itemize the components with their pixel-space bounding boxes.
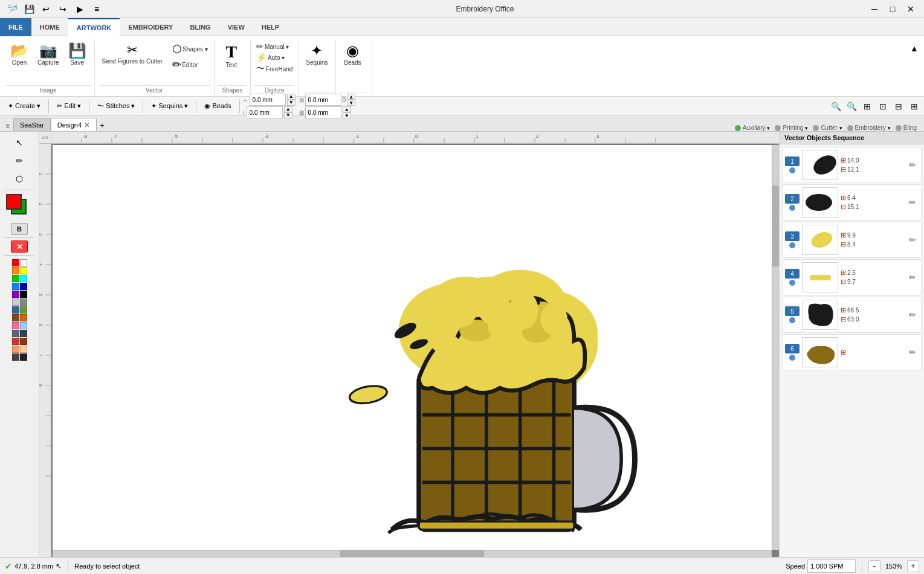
x-down-btn[interactable]: ▼: [287, 100, 296, 106]
speed-input[interactable]: [807, 559, 856, 573]
seq-edit-3[interactable]: ✏: [906, 234, 919, 246]
seq-item-3[interactable]: 3 ⊞ 9.9 ⊟ 8.4: [782, 222, 922, 258]
swatch-black[interactable]: [20, 291, 27, 298]
seq-item-4[interactable]: 4 ⊞ 2.6 ⊟ 9.7: [782, 259, 922, 295]
view-tool2[interactable]: ⊡: [876, 99, 890, 114]
swatch-lightblue[interactable]: [20, 322, 27, 329]
swatch-crimson[interactable]: [12, 338, 19, 345]
sequins-button[interactable]: ✦ Sequins: [302, 41, 331, 69]
menu-btn[interactable]: ≡: [89, 2, 104, 16]
bold-btn[interactable]: B: [11, 223, 28, 235]
w-down-btn[interactable]: ▼: [347, 100, 355, 106]
shapes-button[interactable]: ⬡ Shapes ▾: [170, 41, 210, 57]
view-tool4[interactable]: ⊞: [907, 99, 922, 114]
ribbon-collapse-btn[interactable]: ▲: [907, 41, 922, 56]
text-button[interactable]: T Text: [218, 41, 245, 71]
canvas-white[interactable]: [53, 145, 772, 550]
view-tool1[interactable]: ⊞: [860, 99, 874, 114]
tab-bling[interactable]: BLING: [181, 18, 219, 36]
h-input[interactable]: [305, 106, 341, 118]
auxiliary-indicator[interactable]: Auxiliary ▾: [735, 124, 771, 131]
w-input[interactable]: [305, 94, 341, 106]
w-up-btn[interactable]: ▲: [347, 94, 355, 100]
close-btn[interactable]: ✕: [902, 2, 919, 16]
beads-tool-btn[interactable]: ◉ Beads: [199, 98, 236, 114]
seq-item-6[interactable]: 6 ⊞ ✏: [782, 334, 922, 370]
tab-menu-btn[interactable]: ≡: [2, 120, 13, 131]
swatch-steelblue[interactable]: [12, 306, 19, 314]
fg-color-box[interactable]: [6, 194, 22, 210]
maximize-btn[interactable]: □: [884, 2, 901, 16]
h-up-btn[interactable]: ▲: [343, 106, 351, 112]
undo-btn[interactable]: ↩: [39, 2, 53, 16]
sequins-tool-btn[interactable]: ✦ Sequins ▾: [146, 98, 193, 114]
pointer-tool[interactable]: ↖: [11, 134, 28, 151]
y-down-btn[interactable]: ▼: [284, 112, 292, 118]
tab-file[interactable]: FILE: [0, 18, 31, 36]
scrollbar-h-thumb[interactable]: [340, 550, 484, 557]
swatch-gray[interactable]: [20, 298, 27, 306]
swatch-rust[interactable]: [20, 338, 27, 345]
swatch-green[interactable]: [12, 275, 19, 282]
swatch-brown[interactable]: [12, 314, 19, 321]
swatch-red[interactable]: [12, 259, 19, 266]
seq-item-2[interactable]: 2 ⊞ 6.4 ⊟ 15.1: [782, 184, 922, 221]
swatch-slategray[interactable]: [12, 330, 19, 337]
shape-tool[interactable]: ⬡: [11, 170, 28, 187]
zoom-in-btn[interactable]: +: [907, 560, 919, 572]
send-figures-button[interactable]: ✂ Send Figures to Cutter: [99, 41, 167, 68]
x-input[interactable]: [250, 94, 286, 106]
seq-item-5[interactable]: 5 ⊞ 68.5 ⊟ 63.0: [782, 297, 922, 333]
zoom-out-tool[interactable]: 🔍: [844, 99, 859, 114]
y-up-btn[interactable]: ▲: [284, 106, 292, 112]
stitches-dropdown[interactable]: 〜 Stitches ▾: [92, 98, 140, 114]
swatch-darkblue[interactable]: [20, 283, 27, 290]
seq-edit-1[interactable]: ✏: [906, 159, 919, 171]
zoom-out-btn[interactable]: -: [868, 560, 880, 572]
swatch-orange[interactable]: [12, 267, 19, 274]
clear-btn[interactable]: ✕: [11, 240, 28, 253]
open-button[interactable]: 📂 Open: [6, 41, 33, 69]
tab-design4[interactable]: Design4 ✕: [51, 118, 97, 131]
swatch-cyan[interactable]: [20, 275, 27, 282]
scrollbar-horizontal[interactable]: [53, 550, 772, 557]
swatch-salmon[interactable]: [12, 346, 19, 353]
seq-edit-2[interactable]: ✏: [906, 196, 919, 208]
pencil-tool[interactable]: ✏: [11, 152, 28, 169]
swatch-peach[interactable]: [20, 346, 27, 353]
swatch-olive[interactable]: [20, 306, 27, 314]
zoom-in-tool[interactable]: 🔍: [829, 99, 843, 114]
save-quick-btn[interactable]: 💾: [22, 2, 36, 16]
tab-seastar[interactable]: SeaStar: [13, 118, 51, 131]
cutter-indicator[interactable]: Cutter ▾: [813, 124, 842, 131]
minimize-btn[interactable]: ─: [866, 2, 883, 16]
create-dropdown[interactable]: ✦ Create ▾: [2, 98, 46, 114]
printing-indicator[interactable]: Printing ▾: [775, 124, 808, 131]
capture-button[interactable]: 📷 Capture: [34, 41, 63, 69]
auto-button[interactable]: ⚡ Auto ▾: [254, 52, 294, 63]
h-down-btn[interactable]: ▼: [343, 112, 351, 118]
scrollbar-v-thumb[interactable]: [772, 185, 779, 266]
seq-item-1[interactable]: 1 ⊞ 14.0 ⊟ 12.1: [782, 147, 922, 183]
tab-view[interactable]: VIEW: [219, 18, 253, 36]
swatch-blue[interactable]: [12, 283, 19, 290]
freehand-button[interactable]: 〜 FreeHand: [254, 63, 294, 75]
bling-indicator[interactable]: Bling: [896, 124, 917, 131]
swatch-lgray[interactable]: [12, 298, 19, 306]
run-btn[interactable]: ▶: [73, 2, 87, 16]
swatch-nearblack[interactable]: [20, 353, 27, 361]
swatch-yellow[interactable]: [20, 267, 27, 274]
manual-button[interactable]: ✏ Manual ▾: [254, 41, 294, 52]
edit-dropdown[interactable]: ✏ Edit ▾: [51, 98, 86, 114]
embroidery-indicator[interactable]: Embroidery ▾: [847, 124, 891, 131]
swatch-darkslate[interactable]: [20, 330, 27, 337]
save-button[interactable]: 💾 Save: [64, 41, 91, 69]
seq-edit-5[interactable]: ✏: [906, 309, 919, 321]
beads-button[interactable]: ◉ Beads: [340, 41, 366, 69]
editor-button[interactable]: ✏ Editor: [170, 57, 200, 73]
swatch-darkorange[interactable]: [20, 314, 27, 321]
seq-edit-6[interactable]: ✏: [906, 346, 919, 358]
y-input[interactable]: [247, 106, 283, 118]
tab-artwork[interactable]: ARTWORK: [68, 18, 120, 36]
app-icon[interactable]: 🪡: [5, 2, 19, 16]
